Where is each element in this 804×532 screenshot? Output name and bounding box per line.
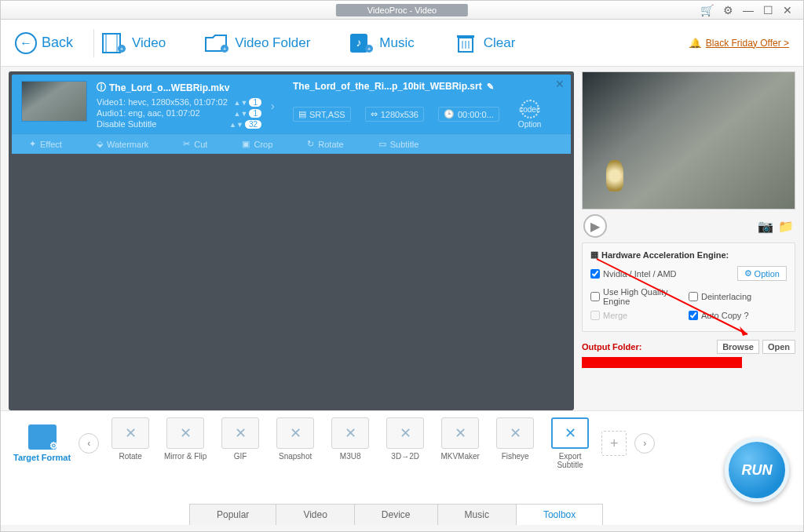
settings-icon[interactable]: ⚙	[723, 4, 733, 16]
title-bar: VideoProc - Video 🛒 ⚙ — ☐ ✕	[1, 1, 803, 20]
add-video-button[interactable]: + Video	[102, 33, 166, 53]
video-track-badge[interactable]: 1	[249, 98, 261, 107]
source-audio-line: Audio1: eng, aac, 01:07:02	[97, 108, 200, 118]
back-arrow-icon: ←	[15, 32, 37, 54]
output-filename: The_Lord_of_the_Ri...p_10bit_WEBRip.srt	[293, 81, 482, 92]
bottom-bar: Target Format ‹ ✕Rotate ✕Mirror & Flip ✕…	[1, 410, 803, 525]
top-toolbar: ← Back + Video + Video Folder ♪+ Music C…	[1, 20, 803, 67]
rotate-tab[interactable]: ↻Rotate	[290, 134, 360, 154]
scroll-right-button[interactable]: ›	[634, 433, 655, 454]
open-button[interactable]: Open	[762, 340, 795, 354]
close-icon[interactable]: ✕	[783, 4, 792, 16]
play-button[interactable]: ▶	[583, 214, 607, 238]
format-snapshot[interactable]: ✕Snapshot	[272, 417, 319, 469]
cut-tab[interactable]: ✂Cut	[166, 134, 225, 154]
svg-rect-0	[103, 34, 120, 53]
svg-rect-12	[457, 35, 474, 38]
source-info: ⓘThe_Lord_o...WEBRip.mkv Video1: hevc, 1…	[97, 81, 261, 130]
autocopy-checkbox[interactable]: Auto Copy ?	[689, 311, 787, 320]
svg-text:♪: ♪	[356, 36, 362, 49]
watermark-tab[interactable]: ⬙Watermark	[79, 134, 166, 154]
scroll-left-button[interactable]: ‹	[79, 433, 99, 454]
run-button[interactable]: RUN	[725, 438, 789, 502]
preview-area[interactable]	[582, 71, 795, 210]
svg-marker-17	[740, 326, 747, 336]
subtitle-tab[interactable]: ▭Subtitle	[361, 134, 437, 154]
tab-music[interactable]: Music	[437, 504, 517, 525]
browse-button[interactable]: Browse	[717, 340, 759, 354]
tools-icon: ✕	[290, 425, 302, 442]
svg-text:+: +	[367, 46, 371, 53]
scissors-icon: ✂	[183, 139, 190, 149]
droplet-icon: ⬙	[97, 139, 103, 149]
format-export-subtitle[interactable]: ✕Export Subtitle	[546, 417, 594, 469]
clear-button[interactable]: Clear	[454, 33, 516, 53]
add-format-button[interactable]: +	[601, 431, 627, 456]
format-gif[interactable]: ✕GIF	[217, 417, 264, 469]
remove-item-icon[interactable]: ✕	[555, 78, 565, 90]
codec-label: Option	[518, 120, 541, 129]
music-plus-icon: ♪+	[349, 33, 373, 53]
effect-tab[interactable]: ✦Effect	[12, 134, 79, 154]
chip-icon: ▦	[590, 250, 598, 260]
merge-checkbox[interactable]: Merge	[590, 311, 689, 320]
output-resolution: 1280x536	[381, 110, 418, 119]
tools-icon: ✕	[455, 425, 466, 442]
tab-video[interactable]: Video	[276, 504, 354, 525]
output-format: SRT,ASS	[309, 110, 345, 119]
tab-device[interactable]: Device	[354, 504, 438, 525]
maximize-icon[interactable]: ☐	[763, 4, 773, 16]
crop-tab[interactable]: ▣Crop	[225, 134, 290, 154]
gear-blue-icon: ⚙	[744, 268, 752, 279]
snapshot-icon[interactable]: 📷	[758, 219, 773, 234]
document-gear-icon	[28, 425, 57, 450]
category-tabs: Popular Video Device Music Toolbox	[189, 504, 602, 525]
add-music-button[interactable]: ♪+ Music	[349, 33, 414, 53]
format-mkvmaker[interactable]: ✕MKVMaker	[437, 417, 484, 469]
add-video-folder-button[interactable]: + Video Folder	[205, 33, 310, 53]
tools-icon: ✕	[565, 425, 576, 442]
format-m3u8[interactable]: ✕M3U8	[327, 417, 374, 469]
hw-option-button[interactable]: ⚙Option	[737, 266, 787, 281]
hq-checkbox[interactable]: Use High Quality Engine	[590, 287, 689, 306]
tools-icon: ✕	[345, 425, 356, 442]
add-music-label: Music	[379, 35, 414, 51]
format-mirror-flip[interactable]: ✕Mirror & Flip	[162, 417, 209, 469]
format-3d-2d[interactable]: ✕3D→2D	[382, 417, 429, 469]
add-video-folder-label: Video Folder	[235, 35, 310, 51]
output-info: The_Lord_of_the_Ri...p_10bit_WEBRip.srt✎…	[293, 81, 561, 130]
promo-link[interactable]: 🔔 Black Friday Offer >	[689, 38, 789, 49]
tab-popular[interactable]: Popular	[189, 504, 276, 525]
format-rotate[interactable]: ✕Rotate	[107, 417, 154, 469]
window-title: VideoProc - Video	[336, 4, 468, 16]
format-fisheye[interactable]: ✕Fisheye	[492, 417, 539, 469]
back-button[interactable]: ← Back	[15, 32, 73, 54]
wand-icon: ✦	[29, 139, 36, 149]
minimize-icon[interactable]: —	[743, 4, 754, 16]
cart-icon[interactable]: 🛒	[700, 4, 714, 16]
source-video-line: Video1: hevc, 1280x536, 01:07:02	[97, 97, 228, 107]
window-controls: 🛒 ⚙ — ☐ ✕	[700, 4, 803, 16]
svg-text:+: +	[120, 46, 124, 53]
edit-name-icon[interactable]: ✎	[487, 82, 494, 92]
video-thumbnail[interactable]	[21, 81, 87, 122]
gpu-checkbox[interactable]: Nvidia / Intel / AMD	[590, 269, 737, 279]
audio-track-badge[interactable]: 1	[249, 109, 261, 118]
folder-plus-icon: +	[205, 33, 228, 53]
tab-toolbox[interactable]: Toolbox	[516, 504, 603, 525]
deinterlace-checkbox[interactable]: Deinterlacing	[689, 292, 787, 301]
clock-icon: 🕒	[444, 109, 455, 119]
gear-icon: codec	[521, 100, 539, 118]
open-folder-icon[interactable]: 📁	[778, 219, 794, 234]
video-item[interactable]: ✕ ⓘThe_Lord_o...WEBRip.mkv Video1: hevc,…	[12, 75, 571, 154]
bell-icon: 🔔	[689, 38, 701, 49]
tools-icon: ✕	[125, 425, 137, 442]
output-duration: 00:00:0...	[458, 110, 494, 119]
subtitle-icon: ▭	[378, 139, 386, 149]
subtitle-track-badge[interactable]: 32	[245, 120, 261, 129]
tools-icon: ✕	[180, 425, 192, 442]
video-list-pane: ✕ ⓘThe_Lord_o...WEBRip.mkv Video1: hevc,…	[9, 71, 574, 410]
hw-title: Hardware Acceleration Engine:	[601, 250, 729, 260]
codec-option-button[interactable]: codec Option	[518, 100, 541, 129]
rotate-icon: ↻	[307, 139, 314, 149]
